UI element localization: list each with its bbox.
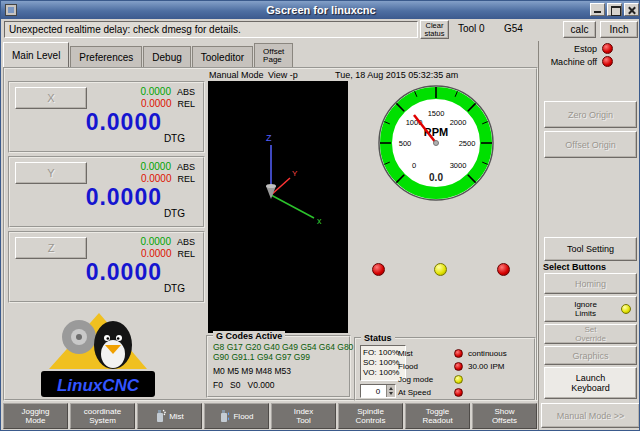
- select-buttons-label: Select Buttons: [543, 262, 606, 272]
- tab-preferences[interactable]: Preferences: [70, 46, 142, 67]
- units-inch-button[interactable]: Inch: [600, 21, 638, 38]
- flood-button[interactable]: Flood: [204, 403, 269, 429]
- notebook-tabs: Main Level Preferences Debug Tooleditor …: [3, 42, 294, 67]
- dtg-label: DTG: [164, 283, 185, 294]
- dtg-label: DTG: [164, 208, 185, 219]
- jog-mode-led: [454, 375, 463, 384]
- rel-label: REL: [177, 249, 195, 259]
- ignore-limits-button[interactable]: Ignore Limits: [544, 296, 637, 322]
- right-panel: Estop Machine off Zero Origin Offset Ori…: [538, 41, 640, 431]
- gremlin-3d-view[interactable]: Z Y x: [208, 81, 348, 333]
- flood-button-label: Flood: [233, 412, 253, 421]
- svg-text:0: 0: [412, 161, 416, 170]
- mist-label: Mist: [398, 349, 413, 358]
- mist-value: continuous: [468, 349, 507, 358]
- manual-mode-button[interactable]: Manual Mode >>: [541, 403, 640, 428]
- estop-label: Estop: [574, 44, 597, 54]
- axis-z-group: Z 0.0000 ABS 0.0000 REL 0.0000 DTG: [8, 231, 205, 303]
- machine-off-led: [602, 56, 613, 67]
- svg-text:LinuxCNC: LinuxCNC: [57, 376, 140, 395]
- jogging-mode-button[interactable]: Jogging Mode: [3, 403, 68, 429]
- set-override-button[interactable]: Set Override: [544, 324, 637, 344]
- indicator-led-2: [434, 263, 447, 276]
- axis-z-dtg-value: 0.0000: [12, 259, 162, 286]
- axis-z-rel-row: 0.0000 REL: [141, 248, 195, 259]
- status-message: Unexpected realtime delay: check dmesg f…: [4, 21, 418, 38]
- axis-z-abs-row: 0.0000 ABS: [140, 236, 195, 247]
- svg-text:x: x: [317, 216, 322, 226]
- calc-button[interactable]: calc: [563, 21, 596, 38]
- abs-label: ABS: [177, 87, 195, 97]
- dtg-label: DTG: [164, 133, 185, 144]
- homing-button[interactable]: Homing: [544, 273, 637, 294]
- tab-debug[interactable]: Debug: [143, 46, 190, 67]
- close-icon[interactable]: [624, 3, 639, 16]
- flood-label: Flood: [398, 362, 418, 371]
- tux-penguin-icon: LinuxCNC: [41, 305, 155, 397]
- axis-y-abs-value: 0.0000: [140, 161, 171, 172]
- datetime-label: Tue, 18 Aug 2015 05:32:35 am: [335, 70, 458, 80]
- show-offsets-button[interactable]: Show Offsets: [472, 403, 537, 429]
- axis-y-rel-value: 0.0000: [141, 173, 172, 184]
- axis-x-dtg-value: 0.0000: [12, 109, 162, 136]
- status-frame: Status FO: 100% SO: 100% VO: 100% 0 Mist…: [354, 337, 536, 401]
- ignore-limits-led: [621, 304, 631, 314]
- axis-z-button[interactable]: Z: [15, 237, 87, 259]
- spin-arrows-icon[interactable]: [386, 385, 395, 397]
- maximize-icon[interactable]: [607, 3, 622, 16]
- axis-z-rel-value: 0.0000: [141, 248, 172, 259]
- tab-main-level[interactable]: Main Level: [3, 42, 69, 67]
- machine-off-label: Machine off: [551, 57, 597, 67]
- axes-origin-icon: Z Y x: [208, 81, 348, 333]
- mist-button[interactable]: Mist: [137, 403, 202, 429]
- offset-origin-button[interactable]: Offset Origin: [544, 131, 637, 158]
- index-tool-button[interactable]: Index Tool: [271, 403, 336, 429]
- tool-number-label: Tool 0: [458, 23, 485, 34]
- status-title: Status: [361, 333, 395, 343]
- main-panel: Manual Mode View -p Tue, 18 Aug 2015 05:…: [3, 67, 538, 401]
- axis-x-abs-value: 0.0000: [140, 86, 171, 97]
- clear-status-button[interactable]: Clear status: [420, 20, 449, 39]
- ignore-limits-label: Ignore Limits: [550, 300, 621, 318]
- window-controls: [590, 3, 639, 16]
- tab-tooleditor[interactable]: Tooleditor: [192, 46, 253, 67]
- at-speed-led: [454, 388, 463, 397]
- gcodes-frame: G Codes Active G8 G17 G20 G40 G49 G54 G6…: [206, 335, 351, 398]
- at-speed-label: At Speed: [398, 388, 431, 397]
- axis-y-button[interactable]: Y: [15, 162, 87, 184]
- axis-z-abs-value: 0.0000: [140, 236, 171, 247]
- minimize-icon[interactable]: [590, 3, 605, 16]
- indicator-led-1: [372, 263, 385, 276]
- axis-y-group: Y 0.0000 ABS 0.0000 REL 0.0000 DTG: [8, 156, 205, 228]
- velocity-override: VO: 100%: [363, 368, 403, 378]
- window-menu-icon[interactable]: [5, 4, 17, 16]
- zero-origin-button[interactable]: Zero Origin: [544, 101, 637, 128]
- bottom-toolbar: Jogging Mode coordinate System Mist Floo…: [1, 403, 538, 431]
- svg-text:2000: 2000: [450, 118, 467, 127]
- toggle-readout-button[interactable]: Toggle Readout: [405, 403, 470, 429]
- tool-setting-button[interactable]: Tool Setting: [544, 237, 637, 261]
- svg-text:0.0: 0.0: [429, 172, 443, 183]
- tab-offset-page[interactable]: Offset Page: [254, 43, 293, 67]
- feed-override: FO: 100%: [363, 348, 403, 358]
- axis-x-rel-row: 0.0000 REL: [141, 98, 195, 109]
- fsv-line: F0 S0 V0.000: [213, 380, 274, 390]
- estop-led: [602, 43, 613, 54]
- launch-keyboard-button[interactable]: Launch Keyboard: [544, 367, 637, 399]
- svg-text:500: 500: [399, 139, 412, 148]
- mist-led: [454, 349, 463, 358]
- spin-value: 0: [376, 387, 380, 396]
- spindle-controls-button[interactable]: Spindle Controls: [338, 403, 403, 429]
- abs-label: ABS: [177, 162, 195, 172]
- axis-x-button[interactable]: X: [15, 87, 87, 109]
- svg-text:2500: 2500: [459, 139, 476, 148]
- graphics-button[interactable]: Graphics: [544, 346, 637, 365]
- axis-y-dtg-value: 0.0000: [12, 184, 162, 211]
- coordinate-system-button[interactable]: coordinate System: [70, 403, 135, 429]
- svg-text:3000: 3000: [450, 161, 467, 170]
- svg-text:Y: Y: [292, 169, 298, 178]
- titlebar[interactable]: Gscreen for linuxcnc: [1, 1, 640, 19]
- flood-coolant-icon: [219, 409, 230, 423]
- flood-led: [454, 362, 463, 371]
- jog-increment-spinbox[interactable]: 0: [360, 384, 396, 398]
